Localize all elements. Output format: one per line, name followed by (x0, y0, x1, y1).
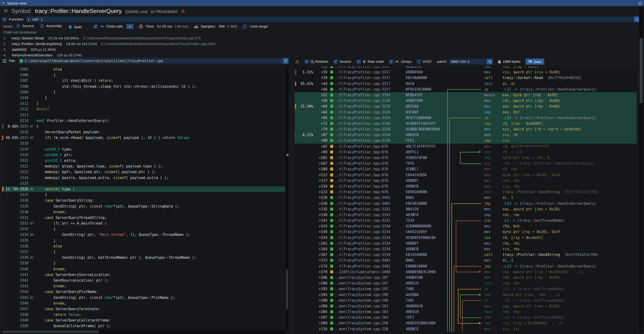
child-calls-checkbox[interactable] (93, 24, 98, 29)
collapse-icon[interactable]: ▼ (2, 2, 5, 4)
asm-row[interactable]: +56..t\TracyProfiler.cpp:3326488B7D98mov… (295, 98, 637, 104)
source-line[interactable]: 3340 break; (2, 266, 288, 272)
child-call-item[interactable]: 2.tracy::Profiler::SendLongString19.88 m… (3, 41, 639, 47)
close-button[interactable] (638, 2, 642, 5)
source-line[interactable]: 3338@1 SendString( ptr, GetThreadName( p… (2, 255, 288, 260)
file-combo[interactable]: C:\Users\wolf\Desktop\darkrl\contrib\tra… (18, 58, 288, 64)
asm-row[interactable]: 1.31%+35..t\TracyProfiler.cpp:3317488B49… (295, 69, 637, 75)
asm-row[interactable]: +141..t\TracyProfiler.cpp:33327524jne.L1… (295, 218, 637, 223)
asm-row[interactable]: +200..mon\TracySystem.cpp:203488B4010mov… (295, 303, 637, 309)
asm-row[interactable]: +46..t\TracyProfiler.cpp:33170F843502000… (295, 87, 637, 92)
parent-symbol-button[interactable]: ▲ (126, 24, 134, 29)
source-line[interactable]: 3321 uint32_t extra; (2, 158, 288, 164)
source-checkbox[interactable] (334, 59, 338, 64)
chevron-down-icon[interactable]: ▼ (487, 59, 492, 64)
source-line[interactable]: 3307 if( shouldExit ) return; (2, 78, 288, 83)
source-line[interactable]: 46.93%3317@5 if( !m_sock->Read( &payload… (2, 135, 288, 141)
asm-row[interactable]: +174..t\TracyProfiler.cpp:3401E9B8010000… (295, 263, 637, 269)
asm-row[interactable]: +198..mon\TracySystem.cpp:199744Cje.L6 -… (295, 298, 637, 303)
asm-row[interactable]: +120..t\TracyProfiler.hpp:676488BCBmovrc… (295, 183, 637, 189)
raw-code-checkbox[interactable] (356, 59, 361, 64)
save-button[interactable]: Save (526, 58, 544, 65)
child-call-item[interactable]: 3.stat64i32625 μs (1.36%) (3, 47, 639, 52)
asm-row[interactable]: +186..mon\TracySystem.cpp:197448B4598mov… (295, 275, 637, 281)
source-line[interactable]: 3323 memcpy( &ptr, &payload.ptr, sizeof(… (2, 169, 288, 175)
asm-row[interactable]: +39..t\TracyProfiler.cpp:3317E824AA0000c… (295, 75, 637, 81)
source-line[interactable]: 3312#endif (2, 106, 288, 112)
chevron-down-icon[interactable]: ▼ (283, 58, 288, 64)
asm-row[interactable]: +128..t\TracyProfiler.cpp:3401B001moval,… (295, 195, 637, 200)
asm-row[interactable]: +66..t\TracyProfiler.cpp:33260F87CE06000… (295, 115, 637, 121)
asm-row[interactable]: +149..t\TracyProfiler.cpp:3334C64424205F… (295, 229, 637, 235)
asm-row[interactable]: +172..t\TracyProfiler.cpp:3401B001moval,… (295, 258, 637, 263)
asm-row[interactable]: +102..t\TracyProfiler.hpp:67642803C0F00c… (295, 155, 637, 161)
function-checkbox[interactable] (2, 17, 7, 22)
source-line[interactable]: 3348 return false; (2, 312, 288, 318)
source-line[interactable]: 3344 case ServerQueryPlotName: (2, 289, 288, 295)
child-call-item[interactable]: 4.KeSynchronizeExecution125 μs (0.27%) (3, 52, 639, 57)
asm-row[interactable]: 0.22%+87..t\TracyProfiler.cpp:33264903C8… (295, 132, 637, 138)
source-line[interactable]: 3330 break; (2, 209, 288, 215)
asm-row[interactable]: +195..mon\TracySystem.cpp:199443900cmpdw… (295, 292, 637, 298)
scrollbar-thumb[interactable] (640, 38, 642, 103)
mode-radio-source[interactable]: Source (16, 23, 34, 28)
asm-row[interactable]: 45.41%+44..t\TracyProfiler.cpp:331784C0t… (295, 81, 637, 87)
source-line[interactable]: 3339 } (2, 260, 288, 266)
source-line[interactable]: 3324 memcpy( &extra, &payload.extra, siz… (2, 175, 288, 181)
asm-row[interactable]: +154..t\TracyProfiler.cpp:33344C8D055FBA… (295, 235, 637, 241)
asm-row[interactable]: +138..t\TracyProfiler.cpp:3332483BF8cmpr… (295, 212, 637, 218)
source-line[interactable]: 3316 ServerQueryPacket payload; (2, 129, 288, 135)
asm-row[interactable]: +216..mon\TracySystem.cpp:258488BCEmovrc… (295, 326, 637, 332)
jumps-checkbox[interactable] (389, 59, 394, 64)
source-line[interactable]: 3346 break; (2, 301, 288, 306)
asm-row[interactable]: +164..t\TracyProfiler.cpp:3334488BCBmovr… (295, 246, 637, 252)
source-line[interactable]: 3332@3 if( ptr == m_mainThread ) (2, 220, 288, 226)
child-call-item[interactable]: 1.tracy::Socket::Read25.25 ms (54.89%)C:… (3, 35, 639, 41)
scrollbar-thumb[interactable] (286, 269, 288, 310)
asm-row[interactable]: +207..mon\TracySystem.cpp:20375F2jne.L2 … (295, 315, 637, 320)
asm-row[interactable]: +109..t\TracyProfiler.hpp:6764C8BC7movr8… (295, 166, 637, 172)
source-line[interactable]: 3336 else (2, 243, 288, 249)
asm-row[interactable]: +117..t\TracyProfiler.hpp:676488BD7movrd… (295, 178, 637, 183)
asm-row[interactable]: +107..t\TracyProfiler.hpp:67675F6jne.L0 … (295, 161, 637, 166)
asm-row[interactable]: +135..t\TracyProfiler.cpp:33328B4320move… (295, 206, 637, 212)
mode-radio-both[interactable]: Both (68, 25, 82, 29)
asm-row[interactable]: +99..t\TracyProfiler.hpp:67649FFC1incr9 … (295, 149, 637, 155)
source-line[interactable]: 15.79%3326@9 switch( type ) (2, 186, 288, 192)
asm-row[interactable]: +92..t\TracyProfiler.hpp:67649C7C1FFFFFF… (295, 144, 637, 149)
titlebar[interactable]: ▼ Source view (0, 0, 644, 6)
source-line[interactable]: 0.66%3315@7{ (2, 124, 288, 129)
asm-row[interactable]: +179..1103\include\atomic:1048488B05B63C… (295, 269, 637, 275)
source-line[interactable]: 3322 memcpy( &type, &payload.type, sizeo… (2, 164, 288, 169)
asm-row[interactable]: +123..t\TracyProfiler.hpp:676E850160000c… (295, 189, 637, 195)
asm-row[interactable]: +190..mon\TracySystem.cpp:1974885C0testr… (295, 281, 637, 286)
source-line[interactable]: 3341 case ServerQuerySourceLocation: (2, 272, 288, 278)
source-line[interactable]: 3331 case ServerQueryThreadString: (2, 215, 288, 220)
asm-row[interactable]: +143..t\TracyProfiler.cpp:333441B90B0000… (295, 223, 637, 229)
source-line[interactable]: 3313 (2, 112, 288, 118)
source-line[interactable]: 3329 SendString( ptr, (const char*)ptr, … (2, 203, 288, 209)
source-line[interactable]: 3310 } (2, 95, 288, 101)
asm-row[interactable]: +72..t\TracyProfiler.cpp:33264C8D05F146F… (295, 121, 637, 126)
source-line[interactable]: 3335 } (2, 238, 288, 243)
source-line[interactable]: 3333 { (2, 226, 288, 232)
source-line[interactable]: 3337 { (2, 249, 288, 255)
source-line[interactable]: 3314bool Profiler::HandleServerQuery() (2, 118, 288, 124)
mode-radio-assembly[interactable]: Assembly (40, 23, 62, 28)
source-line[interactable]: 3350 QueueCallstackFrame( ptr ); (2, 323, 288, 329)
source-line[interactable]: 3327 { (2, 192, 288, 198)
source-line[interactable]: 3334@6 SendString( ptr, "Main thread", 1… (2, 232, 288, 238)
asm-row[interactable]: +204..mon\TracySystem.cpp:2034885C0testr… (295, 309, 637, 315)
source-line[interactable]: 3318 (2, 141, 288, 146)
source-line[interactable]: 3342 SendSourceLocation( ptr ); (2, 278, 288, 283)
source-line[interactable]: 3320 uint64_t ptr; (2, 152, 288, 158)
asm-row[interactable]: +209..mon\TracySystem.cpp:258488D35E8861… (295, 320, 637, 326)
source-horizontal-scrollbar[interactable] (2, 330, 285, 334)
source-line[interactable]: 3347 case ServerQueryTerminate: (2, 306, 288, 312)
asm-row[interactable]: +79..t\TracyProfiler.cpp:3326418B8C80E0B… (295, 126, 637, 132)
asm-row[interactable]: +193..mon\TracySystem.cpp:197740Eje.L3 -… (295, 286, 637, 292)
asm-row[interactable]: +112..t\TracyProfiler.hpp:676C64424205Em… (295, 172, 637, 178)
asm-row[interactable]: +161..t\TracyProfiler.cpp:3334488BD7movr… (295, 241, 637, 246)
source-line[interactable]: 3328 case ServerQueryString: (2, 198, 288, 203)
source-line[interactable]: 3325 (2, 181, 288, 186)
